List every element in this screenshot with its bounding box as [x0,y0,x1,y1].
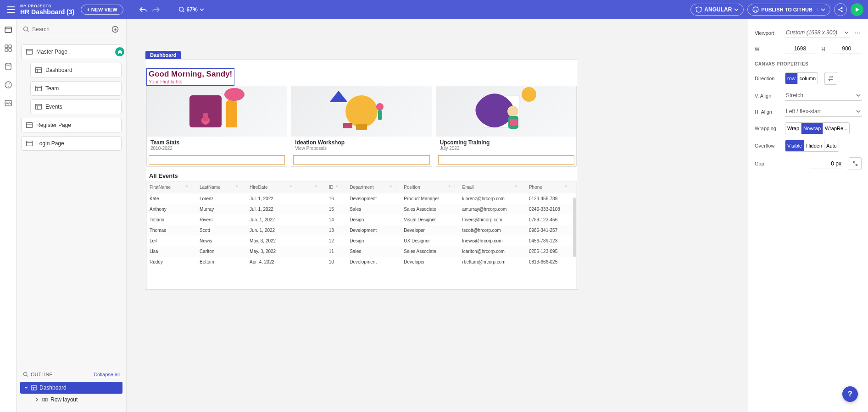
card-illustration [436,86,576,137]
card-action-placeholder[interactable] [293,155,429,165]
page-item-team[interactable]: Team [30,81,122,96]
svg-rect-7 [9,45,11,48]
svg-rect-5 [5,27,11,33]
page-item-register[interactable]: Register Page [21,118,122,132]
page-item-events[interactable]: Events [30,99,122,114]
events-table[interactable]: FirstName⋮LastName⋮HireDate⋮⋮ID⋮Departme… [146,181,577,289]
svg-point-10 [6,63,11,65]
height-input[interactable]: 900 [832,44,862,54]
card[interactable]: Ideation Workshop View Proposals [291,86,432,167]
gap-input[interactable] [810,159,842,169]
nowrap-button[interactable]: Nowrap [801,123,823,134]
greeting-box[interactable]: Good Morning, Sandy! Your Highlights [146,68,234,86]
valign-value: Stretch [786,92,803,99]
wrapreverse-button[interactable]: WrapRe... [823,123,849,134]
width-input[interactable]: 1698 [785,44,815,54]
valign-select[interactable]: Stretch [785,90,862,101]
halign-value: Left / flex-start [786,108,821,115]
table-column-header[interactable]: Phone⋮ [526,181,576,193]
table-cell: tscott@hrcorp.com [460,225,526,236]
table-row[interactable]: LisaCarltonMay. 3, 202211SalesSales Asso… [147,246,576,257]
scrollbar[interactable] [573,198,576,257]
layout-icon [31,385,37,390]
table-column-header[interactable]: Department⋮ [347,181,401,193]
table-row[interactable]: KateLorenzJul. 1, 202216DevelopmentProdu… [147,193,576,204]
publish-split-button[interactable] [818,8,825,11]
card[interactable]: Upcoming Training July 2022 [436,86,577,167]
svg-point-0 [179,7,183,11]
table-cell: Visual Designer [401,214,459,225]
table-column-header[interactable]: Email⋮ [460,181,526,193]
direction-column-button[interactable]: column [798,73,818,84]
table-row[interactable]: RuddyBettamApr. 4, 202210DevelopmentDeve… [147,257,576,267]
table-row[interactable]: LeifNewisMay. 3, 202212DesignUX Designer… [147,236,576,246]
redo-button[interactable] [150,3,162,16]
canvas-area[interactable]: Dashboard Good Morning, Sandy! Your High… [127,19,748,412]
table-column-header[interactable]: HireDate⋮ [247,181,301,193]
rail-theme-button[interactable] [3,80,13,90]
hamburger-menu-button[interactable] [5,3,17,16]
table-row[interactable]: AnthonyMurrayJul. 1, 202215SalesSales As… [147,204,576,214]
table-column-header[interactable]: LastName⋮ [197,181,247,193]
table-column-header[interactable]: ID⋮ [326,181,347,193]
preview-play-button[interactable] [851,3,863,16]
card-action-placeholder[interactable] [149,155,285,165]
card[interactable]: Team Stats 2010-2022 [146,86,287,167]
page-item-login[interactable]: Login Page [21,136,122,151]
more-button[interactable]: ⋯ [853,30,862,36]
overflow-hidden-button[interactable]: Hidden [804,140,824,151]
page-item-dashboard[interactable]: Dashboard [30,63,122,77]
viewport-select[interactable]: Custom (1698 x 900) [785,27,850,38]
table-cell: 13 [326,225,347,236]
zoom-control[interactable]: 67% [178,6,204,13]
svg-rect-18 [27,49,33,55]
undo-button[interactable] [137,3,150,16]
search-input[interactable] [32,26,108,33]
table-row[interactable]: ThomasScottJun. 1, 202213DevelopmentDeve… [147,225,576,236]
chevron-right-icon [35,397,39,402]
collapse-all-button[interactable]: Collapse all [94,372,120,377]
frame-tab[interactable]: Dashboard [145,51,181,59]
outline-item-dashboard[interactable]: Dashboard [20,382,122,394]
svg-point-24 [23,372,27,376]
outline-item-row-layout[interactable]: Row layout [20,394,122,406]
direction-row-button[interactable]: row [785,73,798,84]
framework-selector[interactable]: ANGULAR [690,4,744,16]
card-title: Team Stats [147,137,287,146]
table-column-header[interactable]: ⋮ [301,181,326,193]
svg-rect-21 [36,104,42,110]
chevron-down-icon [844,31,849,34]
help-button[interactable]: ? [842,386,858,402]
swap-direction-button[interactable] [824,72,837,85]
svg-point-37 [507,106,518,117]
svg-point-12 [6,83,7,84]
page-item-master[interactable]: Master Page [21,44,122,59]
new-view-button[interactable]: + NEW VIEW [81,5,123,15]
rail-components-button[interactable] [3,43,13,53]
card-action-placeholder[interactable] [438,155,574,165]
page-icon [26,122,33,128]
table-column-header[interactable]: Position⋮ [401,181,459,193]
table-cell: Sales Associate [401,246,459,257]
wrap-button[interactable]: Wrap [785,123,801,134]
publish-button[interactable]: PUBLISH TO GITHUB [747,4,830,16]
home-icon [117,49,122,55]
table-column-header[interactable]: FirstName⋮ [147,181,197,193]
design-frame[interactable]: Dashboard Good Morning, Sandy! Your High… [145,60,578,290]
overflow-visible-button[interactable]: Visible [785,140,804,151]
valign-label: V. Align [755,93,781,99]
add-page-button[interactable] [111,25,120,34]
rail-assets-button[interactable] [3,98,13,108]
rail-data-button[interactable] [3,61,13,71]
overflow-auto-button[interactable]: Auto [824,140,839,151]
table-cell: Sales [347,246,401,257]
rail-pages-button[interactable] [3,25,13,35]
project-title: HR Dashboard (3) [20,8,74,16]
canvas-properties-heading: CANVAS PROPERTIES [755,61,862,66]
wrapping-segment: Wrap Nowrap WrapRe... [785,122,850,134]
halign-select[interactable]: Left / flex-start [785,106,862,117]
publish-label: PUBLISH TO GITHUB [761,7,812,12]
gap-link-button[interactable] [849,157,862,170]
table-row[interactable]: TatianaRiversJun. 1, 202214DesignVisual … [147,214,576,225]
share-button[interactable] [834,3,847,16]
